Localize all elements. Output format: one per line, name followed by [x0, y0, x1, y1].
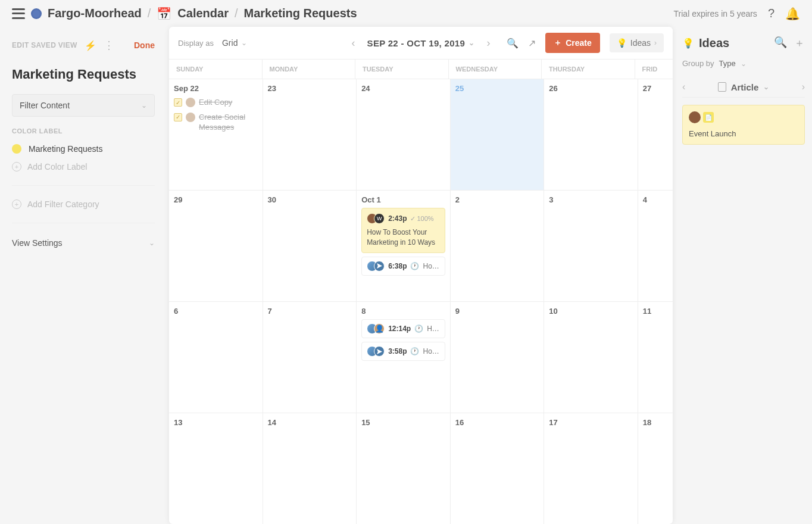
display-as-label: Display as	[178, 39, 214, 48]
next-type-button[interactable]: ›	[802, 82, 805, 92]
help-icon[interactable]: ?	[768, 7, 774, 20]
calendar-cell-today[interactable]: 25	[451, 79, 545, 190]
avatar	[689, 111, 701, 123]
add-filter-category-button[interactable]: + Add Filter Category	[12, 195, 155, 214]
breadcrumb-page[interactable]: Marketing Requests	[244, 7, 357, 20]
calendar-cell[interactable]: 2	[451, 191, 545, 301]
calendar-cell[interactable]: 30	[263, 191, 357, 301]
color-label-text: Marketing Requests	[29, 144, 103, 154]
chevron-down-icon: ⌄	[141, 101, 147, 110]
breadcrumb-section[interactable]: Calendar	[177, 7, 229, 20]
calendar-cell[interactable]: Sep 22 ✓ Edit Copy ✓ Create Social Messa…	[169, 79, 263, 190]
calendar-cell[interactable]: 13	[169, 413, 263, 524]
avatar	[186, 113, 195, 122]
calendar-cell[interactable]: 24	[357, 79, 451, 190]
breadcrumb-sep: /	[235, 7, 238, 20]
breadcrumb-sep: /	[148, 7, 151, 20]
calendar-cell[interactable]: 15	[357, 413, 451, 524]
add-idea-button[interactable]: ＋	[794, 36, 805, 50]
color-swatch-yellow	[12, 144, 21, 154]
filter-content-accordion[interactable]: Filter Content ⌄	[12, 94, 155, 117]
chevron-down-icon: ⌄	[763, 83, 769, 91]
calendar-cell[interactable]: Oct 1 W 2:43p ✓100% How To Boost Your Ma…	[357, 191, 451, 301]
menu-icon[interactable]	[12, 8, 25, 19]
more-icon[interactable]: ⋮	[104, 39, 114, 52]
filter-content-label: Filter Content	[20, 101, 70, 110]
ideas-toggle-button[interactable]: 💡 Ideas ›	[610, 33, 664, 52]
bolt-icon[interactable]: ⚡	[85, 40, 96, 51]
idea-card[interactable]: 📄 Event Launch	[682, 105, 805, 145]
type-selector[interactable]: Article ⌄	[718, 82, 770, 92]
calendar-cell[interactable]: 18	[638, 413, 673, 524]
group-by-selector[interactable]: Group by Type ⌄	[682, 59, 805, 68]
calendar-cell[interactable]: 9	[451, 302, 545, 413]
clock-icon: 🕐	[410, 347, 419, 355]
lightbulb-icon: 💡	[682, 38, 694, 49]
calendar-header-row: SUNDAY MONDAY TUESDAY WEDNESDAY THURSDAY…	[169, 60, 673, 79]
send-icon	[374, 346, 385, 357]
progress-badge: ✓100%	[410, 215, 433, 223]
calendar-cell[interactable]: 7	[263, 302, 357, 413]
chevron-down-icon: ⌄	[741, 60, 747, 68]
share-icon[interactable]: ↗	[528, 38, 536, 49]
calendar-cell[interactable]: 11	[638, 302, 673, 413]
chevron-down-icon: ⌄	[469, 39, 474, 47]
done-button[interactable]: Done	[134, 40, 155, 50]
calendar-cell[interactable]: 29	[169, 191, 263, 301]
document-icon: 📄	[703, 112, 714, 123]
checkbox-icon: ✓	[174, 98, 182, 107]
task-item[interactable]: ✓ Create Social Messages	[174, 113, 258, 133]
wordpress-icon: W	[374, 213, 385, 224]
view-settings-label: View Settings	[12, 238, 63, 248]
ideas-title: Ideas	[699, 36, 729, 50]
chevron-down-icon: ⌄	[241, 39, 247, 47]
calendar-cell[interactable]: 17	[544, 413, 638, 524]
view-settings-accordion[interactable]: View Settings ⌄	[12, 232, 155, 254]
chevron-down-icon: ⌄	[149, 239, 155, 247]
search-icon[interactable]: 🔍	[774, 36, 787, 50]
task-item[interactable]: ✓ Edit Copy	[174, 98, 258, 108]
clock-icon: 🕐	[414, 325, 423, 333]
globe-icon	[31, 8, 42, 19]
next-range-button[interactable]: ›	[484, 35, 492, 52]
prev-range-button[interactable]: ‹	[349, 35, 358, 52]
color-label-row[interactable]: Marketing Requests	[12, 141, 155, 157]
create-button[interactable]: ＋ Create	[545, 33, 600, 53]
calendar-cell[interactable]: 10	[544, 302, 638, 413]
event-pill[interactable]: 👤 12:14p 🕐 How …	[361, 319, 445, 338]
prev-type-button[interactable]: ‹	[682, 82, 685, 92]
breadcrumb-org[interactable]: Fargo-Moorhead	[48, 7, 142, 20]
plus-icon: +	[12, 162, 21, 171]
calendar-cell[interactable]: 27	[638, 79, 673, 190]
add-color-label-button[interactable]: + Add Color Label	[12, 157, 155, 176]
divider	[12, 185, 155, 186]
calendar-cell[interactable]: 14	[263, 413, 357, 524]
person-icon: 👤	[374, 323, 385, 334]
event-pill[interactable]: 3:58p 🕐 How T…	[361, 342, 445, 361]
divider	[12, 223, 155, 223]
page-title: Marketing Requests	[12, 67, 155, 82]
calendar-cell[interactable]: 23	[263, 79, 357, 190]
document-icon	[718, 82, 726, 92]
calendar-cell[interactable]: 8 👤 12:14p 🕐 How … 3:58p 🕐 How T…	[357, 302, 451, 413]
display-as-selector[interactable]: Grid ⌄	[222, 38, 247, 48]
calendar-icon: 📅	[157, 7, 171, 21]
event-card[interactable]: W 2:43p ✓100% How To Boost Your Marketin…	[361, 208, 445, 253]
edit-saved-view-label: EDIT SAVED VIEW	[12, 41, 77, 49]
event-pill[interactable]: 6:38p 🕐 How T…	[361, 257, 445, 276]
avatar	[186, 98, 195, 107]
calendar-cell[interactable]: 26	[544, 79, 638, 190]
calendar-cell[interactable]: 3	[544, 191, 638, 301]
clock-icon: 🕐	[410, 262, 419, 270]
breadcrumb: Fargo-Moorhead / 📅 Calendar / Marketing …	[31, 7, 357, 21]
checkbox-icon: ✓	[174, 113, 182, 121]
trial-text: Trial expires in 5 years	[674, 9, 757, 18]
notifications-icon[interactable]: 🔔	[785, 7, 800, 21]
color-label-header: COLOR LABEL	[12, 127, 155, 135]
search-icon[interactable]: 🔍	[507, 38, 519, 49]
calendar-cell[interactable]: 4	[638, 191, 673, 301]
calendar-cell[interactable]: 16	[451, 413, 545, 524]
date-range-selector[interactable]: SEP 22 - OCT 19, 2019⌄	[367, 38, 475, 48]
calendar-cell[interactable]: 6	[169, 302, 263, 413]
send-icon	[374, 261, 385, 272]
